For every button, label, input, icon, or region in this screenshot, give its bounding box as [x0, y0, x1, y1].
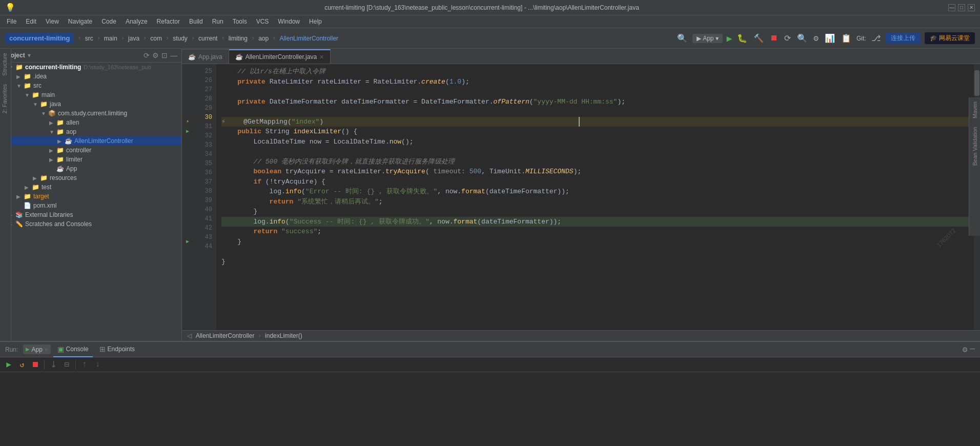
gear-icon[interactable]: ⚙ [152, 51, 159, 59]
test-icon: 📁 [32, 184, 39, 191]
tree-item-test[interactable]: ▶ 📁 test [0, 183, 181, 192]
minimize-button[interactable]: — [948, 4, 955, 11]
project-icon: 📁 [15, 64, 23, 71]
menu-edit[interactable]: Edit [22, 17, 40, 26]
tab-allen-controller[interactable]: ☕ AllenLimiterController.java ✕ [229, 49, 331, 64]
tree-item-java[interactable]: ▼ 📁 java [0, 99, 181, 109]
minimize-icon[interactable]: — [170, 51, 177, 59]
breadcrumb-controller[interactable]: AllenLimiterController [279, 35, 338, 42]
run-button[interactable]: ▶ [727, 33, 732, 44]
code-editor[interactable]: // 以1r/s在桶上中取入令牌 private RateLimiter rat… [216, 64, 974, 330]
breadcrumb-method[interactable]: indexLimiter() [265, 332, 302, 339]
stop-button[interactable]: ⏹ [769, 32, 779, 44]
resources-icon: 📁 [40, 174, 48, 181]
tree-item-external[interactable]: ▶ 📚 External Libraries [0, 210, 181, 219]
validation-tab[interactable]: Bean Validation [970, 123, 979, 170]
expand-icon[interactable]: ⊡ [161, 51, 168, 59]
tree-item-allen-controller[interactable]: ▶ ☕ AllenLimiterController [0, 136, 181, 146]
toolbar-btn-9[interactable]: 📋 [840, 32, 852, 45]
scroll-end-button[interactable]: ⤓ [47, 358, 59, 371]
app-run-label[interactable]: ▶ App ✕ [23, 344, 50, 354]
toolbar-btn-7[interactable]: ⚙ [812, 32, 820, 45]
toolbar-btn-5[interactable]: ⟳ [783, 32, 792, 45]
close-panel-icon[interactable]: — [970, 344, 975, 355]
menu-tools[interactable]: Tools [229, 17, 251, 26]
menu-vcs[interactable]: VCS [252, 17, 273, 26]
breadcrumb-aop[interactable]: aop [258, 35, 269, 42]
gutter-31[interactable]: ▶ [182, 127, 193, 137]
tree-item-idea[interactable]: ▶ 📁 .idea [0, 72, 181, 81]
sync-icon[interactable]: ⟳ [144, 51, 150, 59]
breadcrumb-study[interactable]: study [173, 35, 188, 42]
sidebar-dropdown-icon[interactable]: ▾ [28, 52, 31, 59]
menu-run[interactable]: Run [208, 17, 228, 26]
code-line-26: private RateLimiter rateLimiter = RateLi… [221, 77, 969, 87]
tab-console[interactable]: ▣ Console [53, 342, 93, 357]
menu-code[interactable]: Code [97, 17, 120, 26]
gutter-30[interactable]: ⚡ [182, 117, 193, 127]
menu-file[interactable]: File [3, 17, 21, 26]
menu-window[interactable]: Window [274, 17, 304, 26]
tab-endpoints[interactable]: ⊞ Endpoints [95, 342, 139, 357]
tree-item-package[interactable]: ▼ 📦 com.study.current.limiting [0, 109, 181, 118]
close-button[interactable]: ✕ [968, 4, 975, 11]
tree-item-resources[interactable]: ▶ 📁 resources [0, 173, 181, 183]
settings-icon[interactable]: ⚙ [963, 344, 968, 355]
structure-tab[interactable]: Structure [0, 49, 11, 80]
tab-app-java-icon: ☕ [188, 53, 196, 60]
tree-item-root[interactable]: ▼ 📁 concurrent-limiting D:\study_163\net… [0, 63, 181, 72]
breadcrumb-src[interactable]: src [85, 35, 93, 42]
breadcrumb-limiting[interactable]: limiting [229, 35, 248, 42]
debug-button[interactable]: 🐛 [736, 32, 748, 45]
app-class-icon: ☕ [56, 165, 64, 172]
tree-item-scratches[interactable]: ▶ ✏️ Scratches and Consoles [0, 219, 181, 229]
breadcrumb-main[interactable]: main [104, 35, 117, 42]
menu-refactor[interactable]: Refactor [153, 17, 184, 26]
toolbar-btn-6[interactable]: 🔍 [796, 32, 808, 45]
tree-label-root: concurrent-limiting [25, 64, 81, 71]
menu-build[interactable]: Build [185, 17, 207, 26]
menu-help[interactable]: Help [305, 17, 326, 26]
down-button[interactable]: ↓ [92, 358, 104, 371]
tree-item-limiter[interactable]: ▶ 📁 limiter [0, 155, 181, 164]
maximize-button[interactable]: □ [958, 4, 965, 11]
tree-item-allen[interactable]: ▶ 📁 allen [0, 118, 181, 127]
gutter-42[interactable]: ▶ [182, 237, 193, 247]
code-line-32: LocalDateTime now = LocalDateTime.now(); [221, 137, 969, 147]
limiter-icon: 📁 [56, 156, 64, 163]
play-button[interactable]: ▶ [3, 358, 15, 371]
tab-close-icon[interactable]: ✕ [319, 54, 324, 60]
tree-item-aop[interactable]: ▼ 📁 aop [0, 127, 181, 136]
tree-item-controller[interactable]: ▶ 📁 controller [0, 146, 181, 155]
tree-item-target[interactable]: ▶ 📁 target [0, 192, 181, 201]
app-selector[interactable]: ▶ App ▾ [692, 34, 722, 43]
tree-item-app-class[interactable]: ▶ ☕ App [0, 164, 181, 173]
git-branch-icon[interactable]: ⎇ [870, 32, 882, 45]
breadcrumb-com[interactable]: com [150, 35, 162, 42]
tree-item-main[interactable]: ▼ 📁 main [0, 90, 181, 99]
menu-navigate[interactable]: Navigate [64, 17, 96, 26]
tree-item-pom[interactable]: ▶ 📄 pom.xml [0, 201, 181, 210]
tree-item-src[interactable]: ▼ 📁 src [0, 81, 181, 90]
up-button[interactable]: ↑ [78, 358, 91, 371]
linenum-32: 32 [193, 131, 212, 140]
rerun-button[interactable]: ↺ [16, 358, 28, 371]
fold-button[interactable]: ⊟ [60, 358, 73, 371]
bookmarks-tab[interactable]: 2: Favorites [0, 80, 11, 117]
app-run-close[interactable]: ✕ [45, 346, 48, 353]
upload-button[interactable]: 连接上传 [886, 32, 921, 44]
scrollbar-thumb[interactable] [974, 70, 979, 96]
stop-button-bottom[interactable]: ⏹ [29, 358, 42, 371]
target-icon: 📁 [24, 193, 31, 200]
build-button[interactable]: 🔨 [752, 32, 765, 45]
tab-app-java[interactable]: ☕ App.java [182, 49, 229, 64]
toolbar-btn-8[interactable]: 📊 [824, 32, 836, 45]
menu-view[interactable]: View [42, 17, 63, 26]
external-icon: 📚 [15, 211, 23, 218]
maven-tab[interactable]: Maven [970, 97, 979, 123]
breadcrumb-current[interactable]: current [198, 35, 217, 42]
menu-analyze[interactable]: Analyze [121, 17, 152, 26]
breadcrumb-class[interactable]: AllenLimiterController [196, 332, 255, 339]
breadcrumb-java[interactable]: java [128, 35, 139, 42]
search-icon[interactable]: 🔍 [676, 32, 688, 45]
